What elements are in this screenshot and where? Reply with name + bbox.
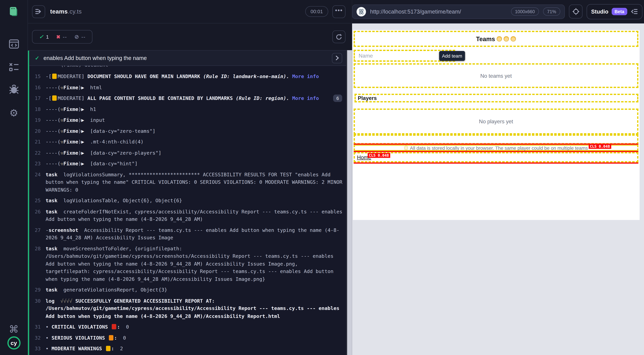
clipped-log-text: ----(Fixme) document (49, 66, 108, 68)
line-number: 26 (29, 208, 46, 223)
log-row-22[interactable]: 22----(⚒Fixme)▶ [data-cy="zero-players"] (29, 147, 346, 158)
stat-pending: ⊘ -- (74, 34, 86, 40)
electron-atom-icon (358, 8, 365, 15)
players-heading-box: Players (354, 94, 638, 103)
log-rows: 15-[MODERATE] DOCUMENT SHOULD HAVE ONE M… (29, 70, 346, 355)
log-row-18[interactable]: 18----(⚒Fixme)▶ h1 (29, 104, 346, 115)
studio-button[interactable]: Studio Beta (587, 4, 642, 19)
log-row-27[interactable]: 27-screenshot Accessibility Report --- t… (29, 225, 346, 243)
browser-code-icon (8, 39, 20, 49)
line-number: 30 (29, 297, 46, 320)
log-row-20[interactable]: 20----(⚒Fixme)▶ [data-cy="zero-teams"] (29, 126, 346, 137)
log-row-19[interactable]: 19----(⚒Fixme)▶ input (29, 115, 346, 126)
log-row-33[interactable]: 33• MODERATE WARNINGS : 2 (29, 343, 346, 354)
stat-failed: ✖ -- (56, 34, 67, 40)
log-row-29[interactable]: 29task generateViolationsReport, Object{… (29, 284, 346, 295)
log-row-21[interactable]: 21----(⚒Fixme)▶ .mt-4:nth-child(4) (29, 137, 346, 147)
zero-teams-box: No teams yet (354, 63, 638, 88)
reporter-header: teams.cy.ts 00:01 ••• (28, 0, 352, 23)
log-row-23[interactable]: 23----(⚒Fixme)▶ [data-cy="hint"] (29, 158, 346, 169)
cypress-logo[interactable]: cy (7, 336, 20, 349)
reporter-menu-button[interactable]: ••• (332, 5, 346, 18)
reporter-scrollbar[interactable] (346, 50, 352, 355)
hint-text: All data is stored locally in your brows… (410, 145, 588, 150)
log-message: • SERIOUS VIOLATIONS : 0 (46, 334, 344, 342)
stats-row: ✓ 1 ✖ -- ⊘ -- (28, 23, 352, 50)
line-number: 32 (29, 334, 46, 342)
light-bulb-icon (404, 146, 408, 150)
line-number: 29 (29, 286, 46, 294)
line-number: 21 (29, 138, 46, 146)
specs-list-toggle-button[interactable] (32, 5, 45, 18)
more-info-link[interactable]: More info (292, 95, 319, 101)
line-number: 28 (29, 245, 46, 283)
log-row-31[interactable]: 31• CRITICAL VIOLATIONS : 0 (29, 321, 346, 332)
aut-viewport: Teams Name Add team No teams yet Players (352, 23, 644, 355)
log-row-28[interactable]: 28task moveScreenshotToFolder, {originfi… (29, 243, 346, 284)
log-message: ----(⚒Fixme)▶ input (46, 116, 344, 124)
log-row-24[interactable]: 24task logViolationsSummary, ***********… (29, 169, 346, 195)
log-row-30[interactable]: 30log √√√√ SUCCESSFULLY GENERATED ACCESS… (29, 295, 346, 321)
refresh-icon (336, 34, 342, 40)
pinned-count-badge: 6 (333, 95, 342, 102)
stat-passed: ✓ 1 (39, 34, 49, 40)
reporter-panel: teams.cy.ts 00:01 ••• ✓ 1 ✖ -- ⊘ -- (28, 0, 352, 355)
failed-count: -- (63, 34, 67, 40)
open-test-button[interactable] (332, 53, 342, 63)
spec-name-primary: teams (50, 8, 68, 15)
command-log: ✓ enables Add button when typing the nam… (28, 50, 346, 355)
rerun-tests-button[interactable] (332, 31, 346, 43)
log-message: task logViolationsSummary, *************… (46, 171, 344, 194)
no-teams-text: No teams yet (355, 65, 637, 87)
log-row-26[interactable]: 26task createFolderIfNotExist, cypress/a… (29, 206, 346, 225)
log-row-17[interactable]: 17-[MODERATE] ALL PAGE CONTENT SHOULD BE… (29, 93, 346, 104)
debug-bug-icon (8, 84, 20, 96)
log-row-25[interactable]: 25task logViolationsTable, Object{6}, Ob… (29, 195, 346, 206)
log-message: ----(⚒Fixme)▶ .mt-4:nth-child(4) (46, 138, 344, 146)
test-header[interactable]: ✓ enables Add button when typing the nam… (29, 51, 346, 66)
teams-heading-text: Teams (476, 35, 495, 42)
expand-specs-icon (35, 8, 42, 15)
cypress-runner-window: ⚙ ⌘ cy teams.cy.ts 00:01 (0, 0, 644, 355)
chevron-right-icon (335, 56, 339, 61)
test-results-icon (8, 62, 20, 72)
crosshair-icon (572, 8, 580, 15)
teams-heading: Teams (355, 32, 637, 46)
line-number: 19 (29, 116, 46, 124)
sidebar-item-runs[interactable] (7, 60, 21, 74)
passed-count: 1 (46, 34, 49, 40)
test-block-passed: ✓ enables Add button when typing the nam… (28, 51, 346, 355)
line-number: 15 (29, 73, 46, 81)
line-number: 20 (29, 127, 46, 135)
log-row-16[interactable]: 16----(⚒Fixme)▶ html (29, 82, 346, 93)
log-message: task createFolderIfNotExist, cypress/acc… (46, 208, 344, 223)
log-message: -screenshot Accessibility Report --- tea… (46, 226, 344, 241)
log-message: task logViolationsTable, Object{6}, Obje… (46, 197, 344, 205)
severity-square-icon (109, 335, 113, 340)
panel-toggle-icon (630, 9, 638, 15)
boy-emoji-icon (511, 36, 516, 42)
add-team-button[interactable]: Add team (439, 51, 465, 61)
selector-playground-button[interactable] (569, 5, 582, 19)
line-number: 22 (29, 149, 46, 157)
command-key-icon: ⌘ (9, 324, 18, 334)
cls-badge-home: CLS 0.048 (368, 153, 390, 158)
sidebar-item-settings[interactable]: ⚙ (7, 106, 21, 120)
line-number: 24 (29, 171, 46, 194)
log-message: • CRITICAL VIOLATIONS : 0 (46, 323, 344, 331)
log-row-15[interactable]: 15-[MODERATE] DOCUMENT SHOULD HAVE ONE M… (29, 71, 346, 82)
specs-browser-icon[interactable] (7, 5, 21, 19)
more-info-link[interactable]: More info (292, 74, 319, 80)
severity-square-icon (112, 324, 116, 329)
url-bar[interactable]: http://localhost:5173/gametime/team/ 100… (352, 4, 565, 19)
log-row-32[interactable]: 32• SERIOUS VIOLATIONS : 0 (29, 332, 346, 343)
sidebar-item-debug[interactable] (7, 83, 21, 97)
boy-emoji-icon (497, 36, 502, 42)
viewport-size-badge: 1000x660 (511, 8, 539, 16)
pending-ban-icon: ⊘ (74, 34, 79, 40)
log-message: • MODERATE WARNINGS : 2 (46, 345, 344, 353)
sidebar-item-specs[interactable] (7, 37, 21, 51)
keyboard-shortcuts-button[interactable]: ⌘ (7, 322, 21, 336)
zero-players-box: No players yet (354, 109, 638, 135)
studio-label: Studio (591, 9, 608, 15)
